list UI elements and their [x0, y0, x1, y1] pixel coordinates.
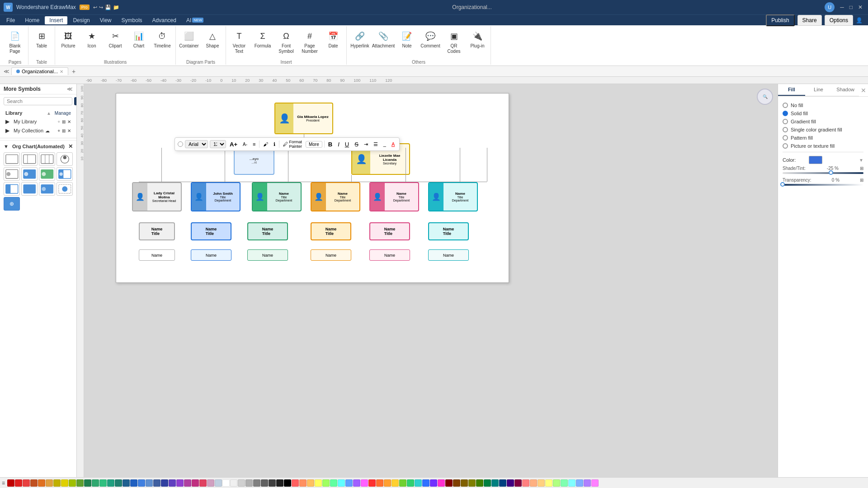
palette-color[interactable]: [15, 479, 22, 487]
date-btn[interactable]: 📅 Date: [322, 28, 344, 51]
palette-color[interactable]: [392, 479, 399, 487]
palette-color[interactable]: [499, 479, 506, 487]
shadow-tab[interactable]: Shadow: [832, 84, 859, 96]
palette-color[interactable]: [476, 479, 483, 487]
bottom-node6[interactable]: Name: [428, 249, 469, 261]
palette-color[interactable]: [115, 479, 122, 487]
palette-color[interactable]: [61, 479, 68, 487]
share-btn[interactable]: Share: [797, 15, 822, 26]
menu-file[interactable]: File: [2, 16, 19, 24]
palette-color[interactable]: [46, 479, 53, 487]
right-panel-close-btn[interactable]: ✕: [859, 87, 868, 94]
palette-color[interactable]: [107, 479, 114, 487]
underline-btn[interactable]: U: [343, 141, 351, 148]
president-node[interactable]: 👤 Gia Mikaela Lopez President: [274, 103, 333, 134]
node6[interactable]: 👤 Name TitleDepartment: [428, 182, 478, 211]
zoom-badge[interactable]: 🔍: [757, 89, 773, 105]
hyperlink-btn[interactable]: 🔗 Hyperlink: [349, 28, 371, 51]
my-library-action-icon[interactable]: ⊞: [62, 119, 66, 124]
palette-color[interactable]: [453, 479, 460, 487]
shape-item-12[interactable]: [57, 182, 73, 196]
lady-cristal-node[interactable]: 👤 Lady Cristal Molina Secretariat Head: [132, 182, 182, 211]
bottom-node4[interactable]: Name: [311, 249, 351, 261]
palette-color[interactable]: [230, 479, 237, 487]
document-tab[interactable]: Organizational... ✕: [11, 67, 68, 75]
font-family-select[interactable]: Arial: [185, 140, 208, 148]
font-size-select[interactable]: 12: [210, 140, 226, 148]
text-color-btn[interactable]: A: [390, 141, 396, 147]
user-menu-btn[interactable]: 👤: [856, 17, 863, 23]
sub-node1[interactable]: NameTitle: [191, 222, 231, 240]
menu-symbols[interactable]: Symbols: [117, 16, 147, 24]
tab-close-icon[interactable]: ✕: [60, 69, 63, 74]
menu-design[interactable]: Design: [68, 16, 94, 24]
page-number-btn[interactable]: # PageNumber: [298, 28, 321, 56]
palette-color[interactable]: [299, 479, 307, 487]
palette-color[interactable]: [530, 479, 537, 487]
palette-color[interactable]: [438, 479, 445, 487]
palette-color[interactable]: [538, 479, 545, 487]
panel-collapse-btn[interactable]: ≪: [67, 86, 73, 92]
palette-color[interactable]: [315, 479, 322, 487]
palette-color[interactable]: [161, 479, 168, 487]
transparency-expand-icon[interactable]: ⊞: [860, 178, 863, 183]
palette-color[interactable]: [338, 479, 345, 487]
decrease-font-btn[interactable]: A-: [241, 141, 249, 147]
menu-ai[interactable]: AI NEW: [182, 16, 208, 24]
bold-btn[interactable]: B: [326, 141, 334, 148]
palette-color[interactable]: [138, 479, 145, 487]
palette-color[interactable]: [491, 479, 499, 487]
palette-color[interactable]: [53, 479, 61, 487]
fill-radio-gradient[interactable]: [783, 119, 788, 124]
line-tab[interactable]: Line: [805, 84, 832, 96]
palette-color[interactable]: [591, 479, 599, 487]
blank-page-btn[interactable]: 📄 BlankPage: [4, 28, 26, 56]
my-collection-item[interactable]: ▶ My Collection ☁ + ⊞ ✕: [4, 126, 73, 135]
palette-color[interactable]: [445, 479, 453, 487]
fill-radio-single-gradient[interactable]: [783, 127, 788, 132]
palette-color[interactable]: [84, 479, 91, 487]
shape-item-2[interactable]: [21, 152, 38, 166]
palette-color[interactable]: [23, 479, 30, 487]
shape-btn[interactable]: △ Shape: [201, 28, 224, 51]
palette-color[interactable]: [353, 479, 360, 487]
library-header-item[interactable]: Library ▲ Manage: [4, 109, 73, 117]
my-library-close-icon[interactable]: ✕: [67, 119, 71, 124]
palette-color[interactable]: [207, 479, 214, 487]
shape-item-1[interactable]: [4, 152, 20, 166]
palette-color[interactable]: [361, 479, 368, 487]
menu-advanced[interactable]: Advanced: [148, 16, 181, 24]
palette-color[interactable]: [269, 479, 276, 487]
palette-color[interactable]: [345, 479, 353, 487]
john-smith-node[interactable]: 👤 John Smith TitleDepartment: [191, 182, 241, 211]
shape-item-7[interactable]: [39, 167, 55, 181]
palette-color[interactable]: [284, 479, 291, 487]
palette-color[interactable]: [146, 479, 153, 487]
palette-color[interactable]: [468, 479, 476, 487]
palette-color[interactable]: [253, 479, 260, 487]
fill-radio-picture[interactable]: [783, 143, 788, 149]
canvas[interactable]: 👤 Gia Mikaela Lopez President 👤: [84, 84, 778, 477]
sub-node5[interactable]: NameTitle: [428, 222, 469, 240]
palette-menu-icon[interactable]: ≡: [2, 480, 5, 486]
bottom-node2[interactable]: Name: [191, 249, 231, 261]
fill-option-gradient[interactable]: Gradient fill: [783, 117, 863, 126]
palette-color[interactable]: [30, 479, 38, 487]
transparency-thumb[interactable]: [780, 182, 785, 187]
palette-color[interactable]: [330, 479, 337, 487]
palette-color[interactable]: [76, 479, 84, 487]
more-btn[interactable]: More: [306, 141, 322, 148]
fill-radio-pattern[interactable]: [783, 135, 788, 141]
font-symbol-btn[interactable]: Ω FontSymbol: [275, 28, 297, 56]
strikethrough-btn[interactable]: S: [353, 141, 360, 148]
transparency-slider[interactable]: [783, 184, 863, 186]
palette-color[interactable]: [130, 479, 137, 487]
manage-btn[interactable]: Manage: [55, 111, 71, 116]
chart-btn[interactable]: 📊 Chart: [127, 28, 150, 51]
palette-color[interactable]: [376, 479, 383, 487]
italic-btn[interactable]: I: [336, 141, 341, 148]
palette-color[interactable]: [184, 479, 191, 487]
shape-item-8[interactable]: [57, 167, 73, 181]
plugin-btn[interactable]: 🔌 Plug-in: [466, 28, 489, 51]
palette-color[interactable]: [261, 479, 268, 487]
